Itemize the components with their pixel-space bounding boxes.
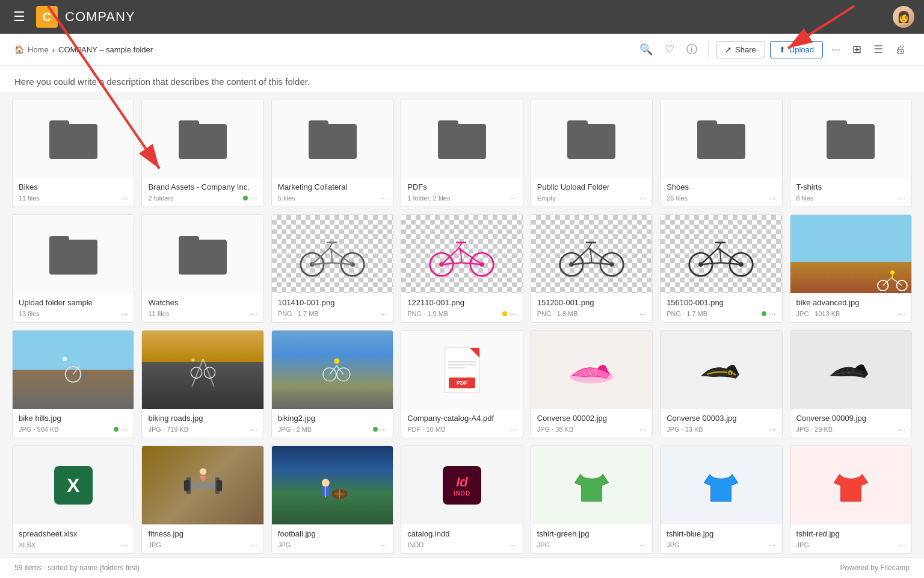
card-info: Converse 00002.jpg JPG · 38 KB ··· bbox=[531, 409, 652, 438]
file-card-brand-assets[interactable]: Brand Assets - Company Inc. 2 folders ··… bbox=[141, 99, 263, 207]
file-card-bike3[interactable]: 151200-001.png PNG · 1.8 MB ··· bbox=[531, 214, 653, 323]
card-more-button[interactable]: ··· bbox=[510, 540, 517, 550]
card-meta: PNG · 1.8 MB ··· bbox=[537, 309, 646, 319]
card-more-button[interactable]: ··· bbox=[250, 424, 257, 434]
divider bbox=[708, 42, 709, 57]
file-card-bike-adv[interactable]: bike advanced.jpg JPG · 1013 KB ··· bbox=[790, 214, 912, 323]
file-card-upload-sample[interactable]: Upload folder sample 13 files ··· bbox=[12, 214, 134, 323]
svg-line-37 bbox=[701, 248, 718, 264]
file-card-tshirt-green[interactable]: tshirt-green.jpg JPG ··· bbox=[531, 446, 653, 554]
file-card-biking-roads[interactable]: biking roads.jpg JPG · 719 KB ··· bbox=[141, 330, 263, 438]
card-actions: ··· bbox=[769, 540, 776, 550]
file-card-marketing[interactable]: Marketing Collateral 5 files ··· bbox=[271, 99, 393, 207]
card-thumbnail bbox=[272, 215, 393, 293]
folder-icon bbox=[438, 118, 486, 159]
card-more-button[interactable]: ··· bbox=[250, 309, 257, 319]
file-card-biking2[interactable]: biking2.jpg JPG · 2 MB ··· bbox=[271, 330, 393, 438]
svg-line-56 bbox=[203, 359, 214, 387]
file-card-pdfs[interactable]: PDFs 1 folder, 2 files ··· bbox=[401, 99, 523, 207]
print-button[interactable]: 🖨 bbox=[892, 41, 910, 58]
card-more-button[interactable]: ··· bbox=[250, 193, 257, 203]
file-card-bike2[interactable]: 122110-001.png PNG · 1.9 MB ··· bbox=[401, 214, 523, 323]
card-more-button[interactable]: ··· bbox=[639, 193, 646, 203]
card-name: fitness.jpg bbox=[148, 529, 257, 538]
card-more-button[interactable]: ··· bbox=[380, 540, 387, 550]
card-meta: 11 files ··· bbox=[148, 309, 257, 319]
card-subtitle: JPG · 904 KB bbox=[19, 426, 59, 433]
card-more-button[interactable]: ··· bbox=[769, 540, 776, 550]
breadcrumb-home[interactable]: Home bbox=[28, 45, 49, 54]
card-more-button[interactable]: ··· bbox=[898, 424, 905, 434]
share-button[interactable]: ↗ Share bbox=[716, 41, 765, 58]
file-card-bike-hills[interactable]: bike hills.jpg JPG · 904 KB ··· bbox=[12, 330, 134, 438]
more-options-button[interactable]: ··· bbox=[828, 41, 844, 58]
card-more-button[interactable]: ··· bbox=[898, 309, 905, 319]
avatar[interactable]: 👩 bbox=[893, 6, 914, 28]
file-card-fitness[interactable]: fitness.jpg JPG ··· bbox=[141, 446, 263, 554]
file-card-tshirts[interactable]: T-shirts 8 files ··· bbox=[790, 99, 912, 207]
tshirt-thumb bbox=[531, 446, 652, 524]
card-more-button[interactable]: ··· bbox=[510, 424, 517, 434]
card-thumbnail bbox=[531, 446, 652, 524]
card-more-button[interactable]: ··· bbox=[510, 309, 517, 319]
file-card-tshirt-blue[interactable]: tshirt-blue.jpg JPG ··· bbox=[660, 446, 782, 554]
card-more-button[interactable]: ··· bbox=[121, 424, 128, 434]
upload-button[interactable]: ⬆ Upload bbox=[770, 41, 823, 58]
card-name: Upload folder sample bbox=[19, 298, 128, 307]
card-more-button[interactable]: ··· bbox=[510, 193, 517, 203]
status-dot bbox=[762, 311, 766, 316]
info-button[interactable]: ⓘ bbox=[683, 40, 701, 59]
file-card-bike1[interactable]: 101410-001.png PNG · 1.7 MB ··· bbox=[271, 214, 393, 323]
card-more-button[interactable]: ··· bbox=[769, 424, 776, 434]
card-subtitle: Empty bbox=[537, 194, 556, 202]
card-more-button[interactable]: ··· bbox=[250, 540, 257, 550]
tshirt-thumb bbox=[661, 446, 781, 524]
card-more-button[interactable]: ··· bbox=[898, 193, 905, 203]
breadcrumb-current: COMPANY – sample folder bbox=[58, 45, 153, 54]
favorites-button[interactable]: ♡ bbox=[661, 40, 678, 58]
file-card-watches[interactable]: Watches 11 files ··· bbox=[141, 214, 263, 323]
file-card-converse3[interactable]: ★ Converse 00003.jpg JPG · 33 KB ··· bbox=[660, 330, 782, 438]
card-info: tshirt-blue.jpg JPG ··· bbox=[661, 524, 781, 553]
card-more-button[interactable]: ··· bbox=[121, 309, 128, 319]
card-more-button[interactable]: ··· bbox=[898, 540, 905, 550]
card-more-button[interactable]: ··· bbox=[121, 193, 128, 203]
card-more-button[interactable]: ··· bbox=[639, 540, 646, 550]
file-card-bike4[interactable]: 156100-001.png PNG · 1.7 MB ··· bbox=[660, 214, 782, 323]
search-button[interactable]: 🔍 bbox=[636, 40, 656, 58]
file-card-indd[interactable]: Id INDD catalog.indd INDD ··· bbox=[401, 446, 523, 554]
card-info: Watches 11 files ··· bbox=[142, 293, 263, 322]
card-name: T-shirts bbox=[796, 182, 905, 191]
card-actions: ··· bbox=[121, 309, 128, 319]
file-card-tshirt-red[interactable]: tshirt-red.jpg JPG ··· bbox=[790, 446, 912, 554]
card-more-button[interactable]: ··· bbox=[121, 540, 128, 550]
breadcrumb-sep1: › bbox=[52, 45, 55, 54]
file-card-converse9[interactable]: Converse 00009.jpg JPG · 29 KB ··· bbox=[790, 330, 912, 438]
card-more-button[interactable]: ··· bbox=[380, 193, 387, 203]
card-more-button[interactable]: ··· bbox=[380, 309, 387, 319]
card-subtitle: PDF · 10 MB bbox=[407, 426, 445, 433]
card-more-button[interactable]: ··· bbox=[769, 309, 776, 319]
file-card-football[interactable]: football.jpg JPG ··· bbox=[271, 446, 393, 554]
file-card-catalog[interactable]: PDF Company-catalog-A4.pdf PDF · 10 MB ·… bbox=[401, 330, 523, 438]
file-card-bikes[interactable]: Bikes 11 files ··· bbox=[12, 99, 134, 207]
svg-point-84 bbox=[322, 479, 330, 486]
file-card-shoes[interactable]: Shoes 26 files ··· bbox=[660, 99, 782, 207]
list-view-button[interactable]: ☰ bbox=[870, 40, 887, 58]
grid-view-button[interactable]: ⊞ bbox=[849, 40, 865, 58]
svg-point-59 bbox=[191, 358, 195, 362]
card-more-button[interactable]: ··· bbox=[769, 193, 776, 203]
card-more-button[interactable]: ··· bbox=[639, 309, 646, 319]
svg-line-41 bbox=[718, 243, 721, 249]
card-more-button[interactable]: ··· bbox=[380, 424, 387, 434]
card-actions: ··· bbox=[510, 424, 517, 434]
file-card-converse2[interactable]: Converse 00002.jpg JPG · 38 KB ··· bbox=[531, 330, 653, 438]
card-thumbnail: ★ bbox=[661, 331, 781, 409]
file-card-public-upload[interactable]: Public Upload Folder Empty ··· bbox=[531, 99, 653, 207]
upload-icon: ⬆ bbox=[779, 45, 786, 54]
card-more-button[interactable]: ··· bbox=[639, 424, 646, 434]
card-info: 101410-001.png PNG · 1.7 MB ··· bbox=[272, 293, 393, 322]
hamburger-button[interactable]: ☰ bbox=[10, 7, 29, 27]
file-card-excel[interactable]: X spreadsheet.xlsx XLSX ··· bbox=[12, 446, 134, 554]
card-name: tshirt-green.jpg bbox=[537, 529, 646, 538]
